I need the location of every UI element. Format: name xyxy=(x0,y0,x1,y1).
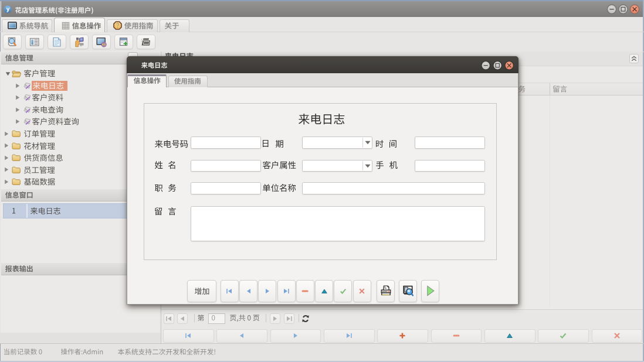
svg-text:y: y xyxy=(6,6,10,12)
